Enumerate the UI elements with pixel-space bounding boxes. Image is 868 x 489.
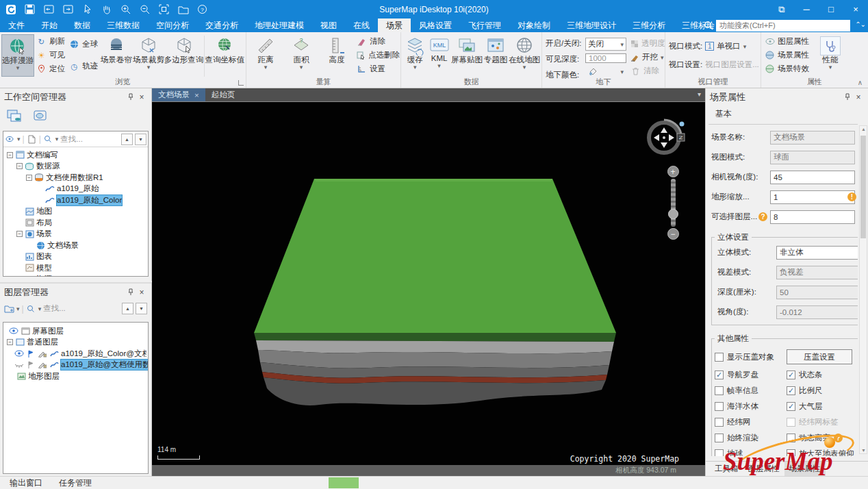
excavate-button[interactable]: 开挖▾ — [630, 51, 662, 63]
thematic-map-button[interactable]: 专题图 — [483, 34, 509, 77]
online-map-button[interactable]: 在线地图 ▾ — [509, 34, 540, 77]
underground-color-picker[interactable]: ▾ — [585, 66, 626, 77]
select-roam-button[interactable]: 选择漫游 ▾ — [1, 34, 34, 77]
collapse-icon[interactable]: − — [16, 163, 23, 169]
tab-3d-geodesign[interactable]: 三维地理设计 — [559, 18, 624, 32]
tree-item-maps[interactable]: 地图 — [5, 206, 146, 218]
check-overlay-objects[interactable]: 显示压盖对象 — [715, 349, 787, 364]
refresh-button[interactable]: ↻刷新 — [36, 36, 65, 47]
scene-curtain-button[interactable]: 场景卷帘 — [100, 34, 132, 77]
tab-toolbox[interactable]: 工具箱 — [710, 462, 743, 476]
close-icon[interactable]: × — [853, 92, 864, 103]
overlay-settings-button[interactable]: 压盖设置 — [787, 349, 852, 364]
tab-3d-data[interactable]: 三维数据 — [99, 18, 148, 32]
search-up-button[interactable]: ▲ — [122, 303, 133, 314]
distance-button[interactable]: 距离 ▾ — [248, 34, 283, 77]
global-button[interactable]: 全球 — [69, 38, 98, 50]
tab-traffic-analysis[interactable]: 交通分析 — [197, 18, 246, 32]
check-ocean-water[interactable]: 海洋水体 — [715, 401, 787, 412]
window-switch-icon[interactable]: ⧉ — [769, 0, 794, 18]
close-icon[interactable]: × — [136, 92, 147, 103]
tab-object-draw[interactable]: 对象绘制 — [509, 18, 559, 32]
layer-properties-button[interactable]: 图层属性 — [765, 36, 813, 47]
search-icon[interactable] — [26, 303, 36, 314]
expand-icon[interactable]: + — [16, 276, 23, 277]
eye-hidden-icon[interactable] — [14, 360, 24, 369]
zoom-in-icon[interactable] — [120, 3, 131, 15]
pan-hand-icon[interactable] — [101, 3, 112, 15]
tab-data[interactable]: 数据 — [66, 18, 99, 32]
zoom-in-button[interactable]: + — [667, 166, 679, 177]
camera-fov-input[interactable] — [770, 171, 855, 184]
tab-list-dropdown-icon[interactable]: ▾ — [698, 90, 701, 98]
tree-item-datasources[interactable]: −数据源 — [5, 161, 146, 173]
close-button[interactable]: × — [843, 0, 868, 18]
check-graticule[interactable]: 经纬网 — [715, 417, 787, 427]
check-dynamic-highlight[interactable]: 动态高亮? — [787, 433, 855, 443]
track-button[interactable]: ◷轨迹 — [69, 60, 98, 72]
tab-scene-properties[interactable]: 场景属性 — [784, 462, 826, 476]
eye-visible-icon[interactable] — [9, 327, 18, 336]
layer-row-screen[interactable]: 屏幕图层 — [5, 325, 146, 337]
search-down-button[interactable]: ▼ — [136, 303, 147, 314]
check-always-render[interactable]: 始终渲染 — [715, 433, 787, 443]
pin-icon[interactable] — [125, 92, 136, 103]
tree-item-resources[interactable]: +资源 — [5, 274, 146, 277]
tab-layer-properties[interactable]: 图层属性 — [743, 462, 784, 476]
workspace-search-placeholder[interactable]: 查找... — [60, 134, 119, 145]
datasource-window-icon[interactable] — [33, 110, 48, 122]
tree-item-charts[interactable]: 图表 — [5, 251, 146, 263]
layer-row-a1019-color[interactable]: a1019_原始_Color@文档使用数 — [5, 348, 146, 360]
zoom-slider[interactable]: + − — [665, 166, 681, 240]
tab-spatial-analysis[interactable]: 空间分析 — [148, 18, 197, 32]
tab-file[interactable]: 文件 — [0, 18, 33, 32]
check-scale-bar[interactable]: ✓比例尺 — [787, 386, 855, 396]
zoom-out-button[interactable]: − — [667, 228, 679, 240]
scene-effects-button[interactable]: 场景特效 — [765, 63, 813, 75]
task-management-button[interactable]: 任务管理 — [59, 477, 92, 489]
tab-start-page[interactable]: 起始页 — [205, 88, 242, 101]
pin-icon[interactable] — [125, 287, 136, 298]
collapse-icon[interactable]: − — [7, 152, 13, 158]
zoom-track[interactable] — [671, 179, 676, 227]
tab-flight-management[interactable]: 飞行管理 — [460, 18, 509, 32]
close-tab-icon[interactable]: × — [194, 91, 199, 99]
underground-clear-button[interactable]: 清除 — [630, 65, 662, 77]
transparency-button[interactable]: 透明度 — [630, 38, 662, 49]
check-navigation-compass[interactable]: ✓导航罗盘 — [715, 370, 787, 380]
point-delete-button[interactable]: 点选删除 — [357, 49, 395, 61]
search-down-button[interactable]: ▼ — [135, 134, 146, 145]
terrain-zoom-input[interactable] — [770, 190, 855, 204]
app-logo-icon[interactable] — [5, 3, 16, 15]
view-filter-icon[interactable] — [5, 134, 15, 145]
help-icon[interactable]: ? — [196, 3, 208, 15]
underground-onoff-select[interactable]: 关闭▾ — [585, 38, 626, 51]
select-pointer-icon[interactable] — [81, 3, 93, 15]
underground-depth-input[interactable] — [585, 53, 626, 63]
check-earth[interactable]: 地球 — [715, 449, 787, 456]
check-status-bar[interactable]: ✓状态条 — [787, 370, 855, 380]
screen-overlay-button[interactable]: 屏幕贴图 — [451, 34, 483, 77]
tab-style-settings[interactable]: 风格设置 — [411, 18, 460, 32]
tree-item-models[interactable]: 模型 — [5, 262, 146, 274]
measure-clear-button[interactable]: 清除 — [357, 36, 395, 47]
workspace-window-icon[interactable] — [7, 110, 22, 122]
save-icon[interactable] — [24, 3, 36, 15]
navigation-compass[interactable]: N — [643, 115, 688, 160]
tab-document-scene[interactable]: 文档场景 × — [152, 88, 205, 101]
open-folder-icon[interactable] — [177, 3, 189, 15]
visible-button[interactable]: ☀可见 — [36, 49, 65, 61]
kml-button[interactable]: KML KML ▾ — [427, 34, 451, 77]
function-search-input[interactable] — [716, 20, 850, 32]
tab-scene[interactable]: 场景 — [378, 18, 411, 32]
locate-button[interactable]: 定位 — [36, 63, 65, 75]
tree-item-document-scene[interactable]: 文档场景 — [5, 240, 146, 251]
viewport-settings-row[interactable]: 视口设置: 视口图层设置... — [669, 59, 757, 71]
zoom-handle[interactable] — [668, 209, 678, 219]
performance-button[interactable]: 性能 ▾ — [815, 34, 846, 77]
tree-item-scenes[interactable]: −场景 — [5, 229, 146, 240]
maximize-button[interactable]: □ — [819, 0, 843, 18]
stereo-mode-select[interactable]: 非立体▾ — [776, 246, 858, 260]
scroll-down-icon[interactable]: ▼ — [861, 448, 866, 453]
check-zoom-to-surface[interactable]: 放大至地表俯仰 — [787, 449, 855, 456]
